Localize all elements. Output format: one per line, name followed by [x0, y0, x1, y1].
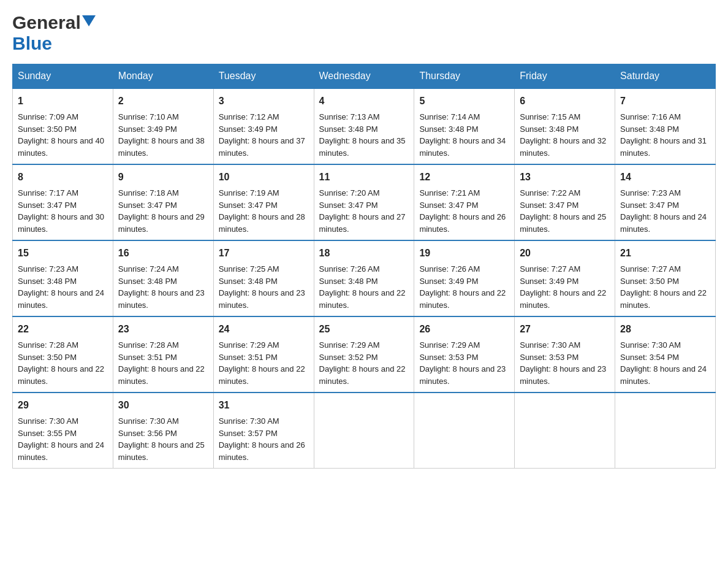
daylight-label: Daylight: 8 hours and 25 minutes. — [520, 212, 606, 234]
daylight-label: Daylight: 8 hours and 22 minutes. — [319, 364, 406, 386]
sunrise-label: Sunrise: 7:26 AM — [419, 264, 480, 274]
day-cell: 20 Sunrise: 7:27 AM Sunset: 3:49 PM Dayl… — [515, 240, 615, 316]
col-header-saturday: Saturday — [615, 64, 716, 89]
week-row-4: 22 Sunrise: 7:28 AM Sunset: 3:50 PM Dayl… — [13, 316, 716, 393]
sunset-label: Sunset: 3:53 PM — [520, 353, 578, 362]
day-cell: 29 Sunrise: 7:30 AM Sunset: 3:55 PM Dayl… — [13, 393, 113, 469]
daylight-label: Daylight: 8 hours and 38 minutes. — [118, 136, 205, 158]
day-number: 28 — [620, 322, 710, 337]
daylight-label: Daylight: 8 hours and 37 minutes. — [219, 136, 305, 158]
sunrise-label: Sunrise: 7:25 AM — [219, 264, 279, 274]
sunset-label: Sunset: 3:53 PM — [419, 353, 478, 362]
sunrise-label: Sunrise: 7:10 AM — [118, 112, 179, 121]
daylight-label: Daylight: 8 hours and 22 minutes. — [118, 364, 205, 386]
day-number: 4 — [319, 94, 409, 109]
day-number: 10 — [219, 170, 309, 185]
daylight-label: Daylight: 8 hours and 28 minutes. — [219, 212, 305, 234]
sunset-label: Sunset: 3:49 PM — [520, 277, 578, 286]
sunrise-label: Sunrise: 7:30 AM — [219, 416, 279, 426]
day-cell: 30 Sunrise: 7:30 AM Sunset: 3:56 PM Dayl… — [113, 393, 213, 469]
day-cell: 7 Sunrise: 7:16 AM Sunset: 3:48 PM Dayli… — [615, 88, 716, 164]
daylight-label: Daylight: 8 hours and 34 minutes. — [419, 136, 506, 158]
col-header-friday: Friday — [515, 64, 615, 89]
day-number: 1 — [18, 94, 108, 109]
col-header-tuesday: Tuesday — [213, 64, 314, 89]
sunrise-label: Sunrise: 7:17 AM — [18, 188, 78, 197]
svg-marker-0 — [82, 15, 96, 26]
daylight-label: Daylight: 8 hours and 27 minutes. — [319, 212, 406, 234]
sunrise-label: Sunrise: 7:20 AM — [319, 188, 380, 197]
sunset-label: Sunset: 3:47 PM — [118, 201, 177, 210]
sunrise-label: Sunrise: 7:24 AM — [118, 264, 179, 274]
sunset-label: Sunset: 3:47 PM — [18, 201, 77, 210]
sunset-label: Sunset: 3:48 PM — [620, 124, 679, 134]
day-number: 27 — [520, 322, 610, 337]
day-cell: 31 Sunrise: 7:30 AM Sunset: 3:57 PM Dayl… — [213, 393, 314, 469]
sunrise-label: Sunrise: 7:23 AM — [620, 188, 681, 197]
daylight-label: Daylight: 8 hours and 30 minutes. — [18, 212, 104, 234]
col-header-wednesday: Wednesday — [314, 64, 414, 89]
day-number: 21 — [620, 246, 710, 261]
sunrise-label: Sunrise: 7:30 AM — [18, 416, 78, 426]
day-number: 15 — [18, 246, 108, 261]
sunset-label: Sunset: 3:48 PM — [18, 277, 77, 286]
sunrise-label: Sunrise: 7:28 AM — [118, 340, 179, 350]
sunset-label: Sunset: 3:49 PM — [219, 124, 278, 134]
day-cell: 18 Sunrise: 7:26 AM Sunset: 3:48 PM Dayl… — [314, 240, 414, 316]
day-cell: 15 Sunrise: 7:23 AM Sunset: 3:48 PM Dayl… — [13, 240, 113, 316]
sunset-label: Sunset: 3:48 PM — [419, 124, 478, 134]
day-number: 11 — [319, 170, 409, 185]
sunset-label: Sunset: 3:52 PM — [319, 353, 378, 362]
day-cell: 28 Sunrise: 7:30 AM Sunset: 3:54 PM Dayl… — [615, 316, 716, 393]
day-number: 6 — [520, 94, 610, 109]
day-cell: 14 Sunrise: 7:23 AM Sunset: 3:47 PM Dayl… — [615, 164, 716, 240]
daylight-label: Daylight: 8 hours and 35 minutes. — [319, 136, 406, 158]
day-cell: 25 Sunrise: 7:29 AM Sunset: 3:52 PM Dayl… — [314, 316, 414, 393]
daylight-label: Daylight: 8 hours and 24 minutes. — [18, 440, 104, 462]
sunrise-label: Sunrise: 7:28 AM — [18, 340, 78, 350]
day-cell: 26 Sunrise: 7:29 AM Sunset: 3:53 PM Dayl… — [414, 316, 515, 393]
day-cell — [314, 393, 414, 469]
sunset-label: Sunset: 3:49 PM — [118, 124, 177, 134]
daylight-label: Daylight: 8 hours and 22 minutes. — [18, 364, 104, 386]
day-number: 14 — [620, 170, 710, 185]
daylight-label: Daylight: 8 hours and 23 minutes. — [118, 288, 205, 310]
day-number: 5 — [419, 94, 509, 109]
day-cell: 13 Sunrise: 7:22 AM Sunset: 3:47 PM Dayl… — [515, 164, 615, 240]
day-cell — [515, 393, 615, 469]
day-number: 18 — [319, 246, 409, 261]
day-cell: 10 Sunrise: 7:19 AM Sunset: 3:47 PM Dayl… — [213, 164, 314, 240]
sunset-label: Sunset: 3:50 PM — [18, 124, 77, 134]
day-cell: 3 Sunrise: 7:12 AM Sunset: 3:49 PM Dayli… — [213, 88, 314, 164]
sunset-label: Sunset: 3:48 PM — [118, 277, 177, 286]
day-number: 19 — [419, 246, 509, 261]
sunrise-label: Sunrise: 7:27 AM — [620, 264, 681, 274]
day-number: 26 — [419, 322, 509, 337]
day-number: 31 — [219, 398, 309, 413]
day-cell: 16 Sunrise: 7:24 AM Sunset: 3:48 PM Dayl… — [113, 240, 213, 316]
daylight-label: Daylight: 8 hours and 24 minutes. — [18, 288, 104, 310]
day-cell: 1 Sunrise: 7:09 AM Sunset: 3:50 PM Dayli… — [13, 88, 113, 164]
sunrise-label: Sunrise: 7:09 AM — [18, 112, 78, 121]
day-cell — [615, 393, 716, 469]
sunrise-label: Sunrise: 7:29 AM — [219, 340, 279, 350]
sunset-label: Sunset: 3:51 PM — [118, 353, 177, 362]
sunrise-label: Sunrise: 7:18 AM — [118, 188, 179, 197]
day-cell: 12 Sunrise: 7:21 AM Sunset: 3:47 PM Dayl… — [414, 164, 515, 240]
daylight-label: Daylight: 8 hours and 23 minutes. — [219, 288, 305, 310]
sunset-label: Sunset: 3:50 PM — [18, 353, 77, 362]
sunset-label: Sunset: 3:56 PM — [118, 429, 177, 438]
day-cell — [414, 393, 515, 469]
day-cell: 5 Sunrise: 7:14 AM Sunset: 3:48 PM Dayli… — [414, 88, 515, 164]
day-number: 8 — [18, 170, 108, 185]
sunrise-label: Sunrise: 7:30 AM — [520, 340, 580, 350]
day-number: 7 — [620, 94, 710, 109]
day-cell: 6 Sunrise: 7:15 AM Sunset: 3:48 PM Dayli… — [515, 88, 615, 164]
sunset-label: Sunset: 3:48 PM — [219, 277, 278, 286]
daylight-label: Daylight: 8 hours and 31 minutes. — [620, 136, 707, 158]
daylight-label: Daylight: 8 hours and 24 minutes. — [620, 364, 707, 386]
day-cell: 8 Sunrise: 7:17 AM Sunset: 3:47 PM Dayli… — [13, 164, 113, 240]
sunrise-label: Sunrise: 7:23 AM — [18, 264, 78, 274]
sunrise-label: Sunrise: 7:29 AM — [419, 340, 480, 350]
day-cell: 21 Sunrise: 7:27 AM Sunset: 3:50 PM Dayl… — [615, 240, 716, 316]
